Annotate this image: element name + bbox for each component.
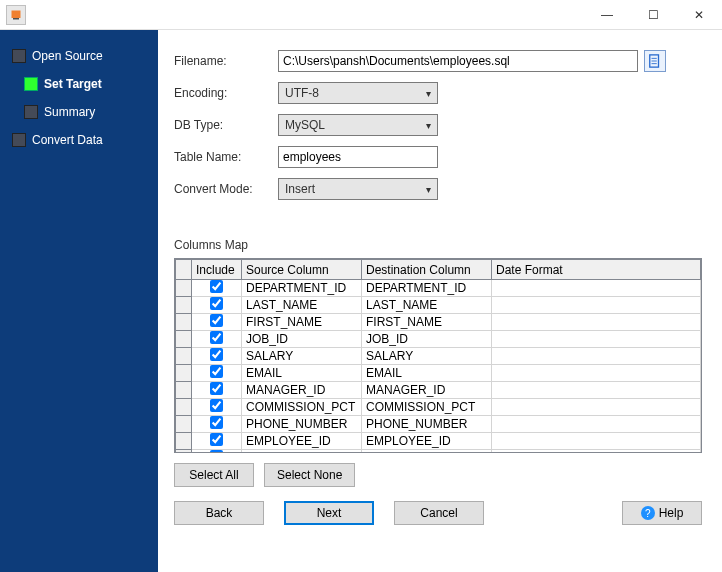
browse-file-button[interactable]: [644, 50, 666, 72]
destination-column-cell[interactable]: FIRST_NAME: [362, 314, 492, 331]
tablename-input[interactable]: [278, 146, 438, 168]
select-all-button[interactable]: Select All: [174, 463, 254, 487]
source-column-cell[interactable]: EMPLOYEE_ID: [242, 433, 362, 450]
table-header-source[interactable]: Source Column: [242, 260, 362, 280]
include-cell: [192, 280, 242, 297]
date-format-cell[interactable]: [492, 348, 701, 365]
source-column-cell[interactable]: JOB_ID: [242, 331, 362, 348]
source-column-cell[interactable]: SALARY: [242, 348, 362, 365]
table-row[interactable]: COMMISSION_PCTCOMMISSION_PCT: [176, 399, 701, 416]
include-checkbox[interactable]: [210, 365, 223, 378]
table-header-format[interactable]: Date Format: [492, 260, 701, 280]
row-selector-cell[interactable]: [176, 331, 192, 348]
date-format-cell[interactable]: [492, 314, 701, 331]
table-header-include[interactable]: Include: [192, 260, 242, 280]
convertmode-label: Convert Mode:: [174, 182, 278, 196]
table-row[interactable]: DEPARTMENT_IDDEPARTMENT_ID: [176, 280, 701, 297]
date-format-cell[interactable]: [492, 280, 701, 297]
sidebar-item-convert-data[interactable]: Convert Data: [0, 126, 158, 154]
date-format-cell[interactable]: [492, 433, 701, 450]
filename-input[interactable]: [278, 50, 638, 72]
maximize-button[interactable]: ☐: [630, 0, 676, 30]
sidebar-item-open-source[interactable]: Open Source: [0, 42, 158, 70]
document-icon: [648, 54, 662, 68]
include-checkbox[interactable]: [210, 433, 223, 446]
select-none-button[interactable]: Select None: [264, 463, 355, 487]
dbtype-select[interactable]: MySQL ▾: [278, 114, 438, 136]
table-row[interactable]: LAST_NAMELAST_NAME: [176, 297, 701, 314]
include-checkbox[interactable]: [210, 297, 223, 310]
dbtype-label: DB Type:: [174, 118, 278, 132]
include-checkbox[interactable]: [210, 382, 223, 395]
row-selector-cell[interactable]: [176, 314, 192, 331]
date-format-cell[interactable]: [492, 416, 701, 433]
destination-column-cell[interactable]: LAST_NAME: [362, 297, 492, 314]
sidebar-item-summary[interactable]: Summary: [0, 98, 158, 126]
table-row[interactable]: SALARYSALARY: [176, 348, 701, 365]
include-cell: [192, 450, 242, 454]
source-column-cell[interactable]: FIRST_NAME: [242, 314, 362, 331]
next-button[interactable]: Next: [284, 501, 374, 525]
source-column-cell[interactable]: DEPARTMENT_ID: [242, 280, 362, 297]
date-format-cell[interactable]: [492, 297, 701, 314]
destination-column-cell[interactable]: MANAGER_ID: [362, 382, 492, 399]
destination-column-cell[interactable]: COMMISSION_PCT: [362, 399, 492, 416]
table-row[interactable]: PHONE_NUMBERPHONE_NUMBER: [176, 416, 701, 433]
source-column-cell[interactable]: COMMISSION_PCT: [242, 399, 362, 416]
convertmode-select[interactable]: Insert ▾: [278, 178, 438, 200]
include-checkbox[interactable]: [210, 314, 223, 327]
row-selector-cell[interactable]: [176, 399, 192, 416]
destination-column-cell[interactable]: DEPARTMENT_ID: [362, 280, 492, 297]
table-header-dest[interactable]: Destination Column: [362, 260, 492, 280]
date-format-cell[interactable]: mm/dd/yyyy: [492, 450, 701, 454]
row-selector-cell[interactable]: [176, 416, 192, 433]
sidebar-item-set-target[interactable]: Set Target: [0, 70, 158, 98]
titlebar: — ☐ ✕: [0, 0, 722, 30]
row-selector-cell[interactable]: [176, 280, 192, 297]
row-selector-cell[interactable]: [176, 297, 192, 314]
destination-column-cell[interactable]: HIRE_DATE: [362, 450, 492, 454]
date-format-cell[interactable]: [492, 399, 701, 416]
close-button[interactable]: ✕: [676, 0, 722, 30]
include-checkbox[interactable]: [210, 280, 223, 293]
encoding-select[interactable]: UTF-8 ▾: [278, 82, 438, 104]
date-format-cell[interactable]: [492, 331, 701, 348]
row-selector-cell[interactable]: [176, 365, 192, 382]
row-selector-cell[interactable]: [176, 382, 192, 399]
source-column-cell[interactable]: LAST_NAME: [242, 297, 362, 314]
include-checkbox[interactable]: [210, 416, 223, 429]
destination-column-cell[interactable]: EMPLOYEE_ID: [362, 433, 492, 450]
destination-column-cell[interactable]: SALARY: [362, 348, 492, 365]
encoding-row: Encoding: UTF-8 ▾: [174, 82, 702, 104]
help-button[interactable]: ? Help: [622, 501, 702, 525]
source-column-cell[interactable]: EMAIL: [242, 365, 362, 382]
table-row[interactable]: FIRST_NAMEFIRST_NAME: [176, 314, 701, 331]
row-selector-cell[interactable]: [176, 450, 192, 454]
minimize-button[interactable]: —: [584, 0, 630, 30]
include-checkbox[interactable]: [210, 399, 223, 412]
source-column-cell[interactable]: PHONE_NUMBER: [242, 416, 362, 433]
encoding-label: Encoding:: [174, 86, 278, 100]
include-checkbox[interactable]: [210, 348, 223, 361]
table-row[interactable]: EMAILEMAIL: [176, 365, 701, 382]
table-row[interactable]: JOB_IDJOB_ID: [176, 331, 701, 348]
table-row[interactable]: HIRE_DATEHIRE_DATEmm/dd/yyyy: [176, 450, 701, 454]
date-format-cell[interactable]: [492, 365, 701, 382]
destination-column-cell[interactable]: EMAIL: [362, 365, 492, 382]
destination-column-cell[interactable]: JOB_ID: [362, 331, 492, 348]
include-checkbox[interactable]: [210, 450, 223, 453]
include-cell: [192, 399, 242, 416]
table-row[interactable]: MANAGER_IDMANAGER_ID: [176, 382, 701, 399]
destination-column-cell[interactable]: PHONE_NUMBER: [362, 416, 492, 433]
include-checkbox[interactable]: [210, 331, 223, 344]
main-panel: Filename: Encoding: UTF-8 ▾: [158, 30, 722, 572]
source-column-cell[interactable]: HIRE_DATE: [242, 450, 362, 454]
cancel-button[interactable]: Cancel: [394, 501, 484, 525]
date-format-cell[interactable]: [492, 382, 701, 399]
row-selector-cell[interactable]: [176, 348, 192, 365]
source-column-cell[interactable]: MANAGER_ID: [242, 382, 362, 399]
table-row[interactable]: EMPLOYEE_IDEMPLOYEE_ID: [176, 433, 701, 450]
row-selector-cell[interactable]: [176, 433, 192, 450]
back-button[interactable]: Back: [174, 501, 264, 525]
table-header-rowselector: [176, 260, 192, 280]
